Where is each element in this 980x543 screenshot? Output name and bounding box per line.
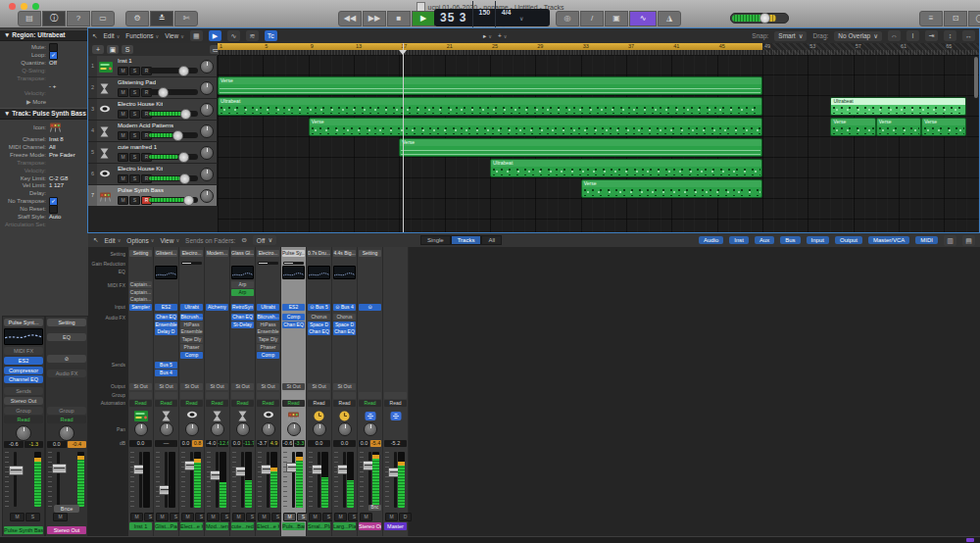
strip-button[interactable]: Compressor (4, 367, 43, 374)
input-slot[interactable]: ⊙ Bus 5 (308, 304, 330, 311)
channel-fader[interactable] (308, 450, 330, 510)
audio-fx-slot[interactable]: St-Delay (231, 321, 254, 328)
automation-mode-button[interactable]: Read (257, 400, 279, 407)
strip-button[interactable]: Setting (47, 319, 86, 326)
output-slot[interactable]: St Out (206, 383, 228, 390)
audio-fx-slot[interactable]: Ensemble (155, 321, 177, 328)
channel-fader[interactable] (47, 450, 86, 509)
mute-button[interactable]: M (118, 88, 128, 97)
mixer-menu-edit[interactable]: Edit∨ (104, 237, 121, 244)
more-disclosure[interactable]: ▶ More (0, 98, 49, 105)
channel-setting-button[interactable]: 4.4s Big... (333, 250, 356, 257)
mute-button[interactable]: M (118, 153, 128, 162)
pan-knob[interactable] (16, 425, 31, 441)
solo-button[interactable]: S (129, 196, 140, 205)
volume-db[interactable]: 0.0 (231, 440, 242, 447)
mixer-menu-options[interactable]: Options∨ (126, 237, 154, 244)
audio-fx-slot[interactable]: Tape Dly (257, 336, 279, 343)
wide-view-button[interactable]: ▤ (962, 235, 975, 246)
vzoom-button[interactable]: ↕ (944, 30, 956, 41)
volume-db[interactable]: 0.0 (180, 440, 191, 447)
pan-knob[interactable] (200, 81, 214, 95)
mute-button[interactable]: M (283, 513, 296, 521)
mute-button[interactable]: M (130, 513, 143, 521)
audio-fx-slot[interactable]: Chan EQ (308, 328, 330, 335)
solo-button[interactable]: S (129, 67, 140, 75)
midi-fx-slot[interactable]: Captain... (129, 296, 152, 303)
channel-setting-button[interactable]: 0.7s Dru... (308, 250, 330, 257)
track-row-6[interactable]: 6Electro House KitMSR (88, 164, 218, 185)
track-name[interactable]: Electro House Kit (118, 101, 163, 107)
mute-button[interactable]: M (10, 513, 24, 521)
volume-slider[interactable] (149, 68, 198, 74)
automation-mode-button[interactable]: Read (384, 400, 407, 407)
pan-knob[interactable] (313, 422, 326, 436)
eq-display[interactable] (282, 266, 305, 279)
pan-knob[interactable] (236, 422, 250, 436)
volume-db[interactable]: -0.6 (4, 441, 24, 448)
volume-slider-knob[interactable] (172, 130, 183, 141)
strip-button[interactable]: Read (4, 416, 43, 423)
automation-mode-button[interactable]: Read (359, 400, 381, 407)
link-mode-icon[interactable]: ↖ (93, 236, 98, 244)
audio-fx-slot[interactable]: Chan EQ (333, 328, 356, 335)
volume-db[interactable]: — (155, 440, 177, 447)
dim-button[interactable]: D (399, 513, 412, 521)
pan-knob[interactable] (287, 422, 301, 436)
cycle-region[interactable] (218, 43, 762, 50)
volume-slider[interactable] (149, 89, 198, 95)
param-value[interactable]: Auto (49, 214, 61, 220)
mixer-strip-larg-plate[interactable]: 4.4s Big...⊙ Bus 4ChorusSpace DChan EQSt… (332, 247, 358, 537)
mute-button[interactable]: M (232, 513, 245, 521)
track-name[interactable]: Inst 1 (118, 58, 132, 64)
arrange-grid[interactable]: VerseUltrabeatVerseVerseUltrabeatVerseUl… (218, 55, 979, 232)
mute-button[interactable]: M (385, 513, 398, 521)
replace-button[interactable]: ◎ (556, 11, 579, 26)
audio-fx-slot[interactable]: Delay D (155, 328, 177, 335)
track-row-7[interactable]: 7Pulse Synth BassMSR (88, 185, 218, 207)
volume-slider-knob[interactable] (178, 66, 189, 76)
strip-button[interactable]: Sends (4, 387, 43, 395)
view-mode-all[interactable]: All (481, 235, 502, 245)
audio-fx-slot[interactable]: Bitcrush... (180, 314, 203, 321)
region-verse[interactable]: Verse (399, 138, 762, 157)
midi-fx-slot[interactable]: Arp (231, 289, 254, 296)
arrange-area[interactable]: 1591317212529333741454953576165 VerseUlt… (218, 43, 979, 232)
pan-knob[interactable] (211, 422, 224, 436)
strip-button[interactable]: Channel EQ (4, 375, 43, 383)
track-alternatives-button[interactable]: Tc (265, 30, 277, 41)
group-slot[interactable] (155, 392, 177, 399)
audio-fx-slot[interactable]: Chan EQ (282, 321, 305, 328)
sends-on-faders-select[interactable]: Off∨ (253, 235, 276, 245)
audio-fx-slot[interactable]: HiPass (257, 321, 279, 328)
audio-fx-slot[interactable]: Ensemble (180, 328, 203, 335)
filter-midi[interactable]: MIDI (915, 236, 938, 244)
mute-button[interactable]: M (156, 513, 169, 521)
region-ultrabeat[interactable]: Ultrabeat (490, 159, 762, 177)
channel-setting-button[interactable]: Electro... (257, 250, 279, 257)
channel-name[interactable]: Master (384, 522, 407, 530)
mixer-menu-view[interactable]: View∨ (160, 237, 179, 244)
quick-help-button[interactable]: ? (67, 11, 90, 26)
channel-name[interactable]: Stereo Out (47, 526, 86, 534)
midi-fx-slot[interactable]: Arp (231, 281, 254, 288)
eq-display[interactable] (308, 266, 330, 279)
mixer-strip-elect-e-kit[interactable]: Electro...UltrabtBitcrush...HiPassEnsemb… (256, 247, 281, 537)
input-slot[interactable]: Sampler (129, 304, 152, 311)
audio-fx-slot[interactable]: Chorus (308, 314, 330, 321)
eq-display[interactable] (155, 266, 177, 279)
output-slot[interactable]: St Out (155, 383, 177, 390)
filter-master-vca[interactable]: Master/VCA (868, 236, 909, 244)
audio-fx-slot[interactable]: Space D (308, 321, 330, 328)
solo-button[interactable]: S (129, 174, 140, 183)
group-slot[interactable] (333, 392, 356, 399)
output-slot[interactable]: St Out (231, 383, 254, 390)
group-slot[interactable] (231, 392, 254, 399)
group-slot[interactable] (359, 392, 381, 399)
volume-slider[interactable] (149, 197, 198, 203)
metronome-button[interactable]: ◮ (658, 11, 681, 26)
region-inspector-header[interactable]: ▼ Region: Ultrabeat (0, 29, 88, 41)
pan-knob[interactable] (59, 425, 74, 441)
pan-knob[interactable] (200, 189, 214, 203)
audio-fx-slot[interactable]: Space D (333, 321, 356, 328)
